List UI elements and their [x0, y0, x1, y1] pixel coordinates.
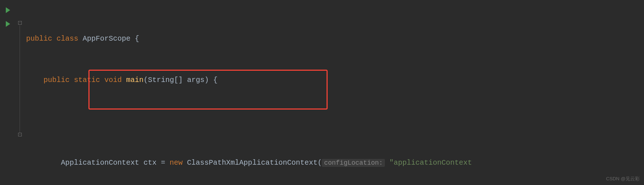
watermark: CSDN @见云彩 — [606, 176, 640, 182]
fold-toggle-icon[interactable]: - — [18, 21, 22, 25]
code-line: ApplicationContext ctx = new ClassPathXm… — [26, 156, 644, 170]
code-line — [26, 115, 644, 128]
fold-toggle-icon[interactable]: - — [18, 133, 22, 136]
run-icon[interactable] — [6, 21, 10, 27]
code-line: public static void main(String[] args) { — [26, 73, 644, 87]
code-line: public class AppForScope { — [26, 32, 644, 46]
fold-line — [20, 25, 20, 133]
run-icon[interactable] — [6, 7, 10, 13]
fold-gutter: - - — [17, 0, 23, 185]
code-editor[interactable]: - - public class AppForScope { public st… — [0, 0, 644, 185]
parameter-hint: configLocation: — [322, 159, 385, 167]
code-area[interactable]: public class AppForScope { public static… — [23, 0, 644, 185]
gutter — [0, 0, 17, 185]
